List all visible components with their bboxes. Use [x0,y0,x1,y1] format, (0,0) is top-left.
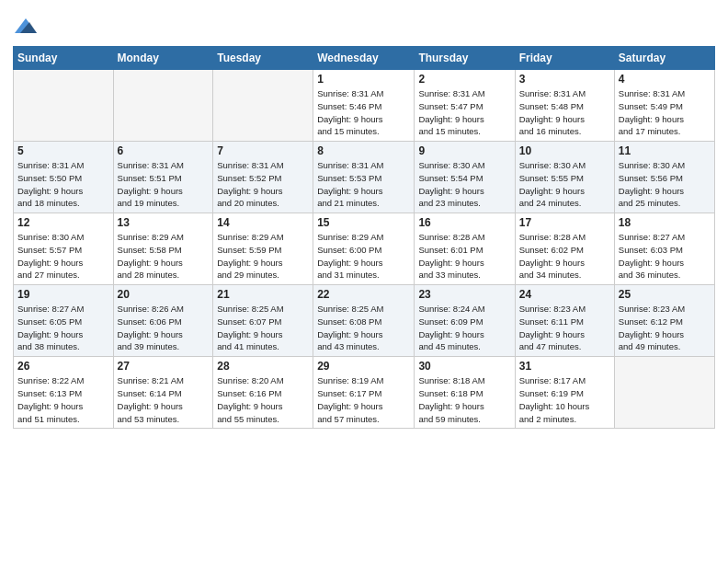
calendar-cell: 23Sunrise: 8:24 AM Sunset: 6:09 PM Dayli… [415,285,515,357]
day-number: 7 [217,144,309,157]
day-number: 28 [217,360,309,373]
day-info: Sunrise: 8:27 AM Sunset: 6:03 PM Dayligh… [619,231,711,282]
day-info: Sunrise: 8:20 AM Sunset: 6:16 PM Dayligh… [217,374,309,425]
day-number: 3 [519,73,610,86]
day-info: Sunrise: 8:29 AM Sunset: 5:58 PM Dayligh… [118,231,210,282]
day-number: 19 [17,288,109,301]
day-info: Sunrise: 8:25 AM Sunset: 6:08 PM Dayligh… [317,303,410,353]
calendar-cell: 7Sunrise: 8:31 AM Sunset: 5:52 PM Daylig… [213,142,313,213]
day-info: Sunrise: 8:31 AM Sunset: 5:50 PM Dayligh… [17,159,109,210]
weekday-sunday: Sunday [14,47,114,70]
day-number: 27 [118,360,210,373]
day-number: 25 [619,288,711,301]
calendar-table: SundayMondayTuesdayWednesdayThursdayFrid… [13,46,715,429]
day-info: Sunrise: 8:31 AM Sunset: 5:53 PM Dayligh… [317,159,410,210]
day-number: 18 [619,216,711,229]
day-number: 15 [317,216,410,229]
logo-icon [13,13,39,39]
day-info: Sunrise: 8:31 AM Sunset: 5:48 PM Dayligh… [519,87,610,138]
header [13,9,715,39]
day-info: Sunrise: 8:19 AM Sunset: 6:17 PM Dayligh… [317,374,410,425]
calendar-cell: 19Sunrise: 8:27 AM Sunset: 6:05 PM Dayli… [14,285,114,357]
calendar-cell: 2Sunrise: 8:31 AM Sunset: 5:47 PM Daylig… [415,70,515,142]
weekday-friday: Friday [515,47,614,70]
calendar-cell: 3Sunrise: 8:31 AM Sunset: 5:48 PM Daylig… [515,70,614,142]
day-number: 8 [317,144,410,157]
page: SundayMondayTuesdayWednesdayThursdayFrid… [0,0,728,563]
calendar-cell: 17Sunrise: 8:28 AM Sunset: 6:02 PM Dayli… [515,213,614,285]
day-number: 24 [519,288,610,301]
day-number: 11 [619,144,711,157]
calendar-cell: 21Sunrise: 8:25 AM Sunset: 6:07 PM Dayli… [213,285,313,357]
calendar-cell [614,357,714,429]
day-info: Sunrise: 8:25 AM Sunset: 6:07 PM Dayligh… [217,303,309,353]
day-info: Sunrise: 8:29 AM Sunset: 5:59 PM Dayligh… [217,231,309,282]
day-info: Sunrise: 8:27 AM Sunset: 6:05 PM Dayligh… [17,303,109,353]
calendar-cell: 26Sunrise: 8:22 AM Sunset: 6:13 PM Dayli… [14,357,114,429]
calendar-cell: 11Sunrise: 8:30 AM Sunset: 5:56 PM Dayli… [614,142,714,213]
calendar-cell: 12Sunrise: 8:30 AM Sunset: 5:57 PM Dayli… [14,213,114,285]
day-info: Sunrise: 8:30 AM Sunset: 5:55 PM Dayligh… [519,159,610,210]
day-info: Sunrise: 8:23 AM Sunset: 6:11 PM Dayligh… [519,303,610,353]
day-number: 22 [317,288,410,301]
calendar-week-5: 26Sunrise: 8:22 AM Sunset: 6:13 PM Dayli… [14,357,715,429]
calendar-week-4: 19Sunrise: 8:27 AM Sunset: 6:05 PM Dayli… [14,285,715,357]
day-info: Sunrise: 8:18 AM Sunset: 6:18 PM Dayligh… [418,374,510,425]
day-number: 13 [118,216,210,229]
weekday-thursday: Thursday [415,47,515,70]
day-number: 12 [17,216,109,229]
day-info: Sunrise: 8:31 AM Sunset: 5:52 PM Dayligh… [217,159,309,210]
day-number: 30 [418,360,510,373]
calendar-cell: 16Sunrise: 8:28 AM Sunset: 6:01 PM Dayli… [415,213,515,285]
calendar-week-3: 12Sunrise: 8:30 AM Sunset: 5:57 PM Dayli… [14,213,715,285]
day-number: 1 [317,73,410,86]
calendar-cell: 15Sunrise: 8:29 AM Sunset: 6:00 PM Dayli… [313,213,415,285]
calendar-cell: 27Sunrise: 8:21 AM Sunset: 6:14 PM Dayli… [113,357,213,429]
weekday-tuesday: Tuesday [213,47,313,70]
day-number: 26 [17,360,109,373]
day-info: Sunrise: 8:30 AM Sunset: 5:57 PM Dayligh… [17,231,109,282]
weekday-wednesday: Wednesday [313,47,415,70]
day-number: 4 [619,73,711,86]
calendar-cell: 20Sunrise: 8:26 AM Sunset: 6:06 PM Dayli… [113,285,213,357]
day-number: 6 [118,144,210,157]
day-info: Sunrise: 8:28 AM Sunset: 6:01 PM Dayligh… [418,231,510,282]
day-info: Sunrise: 8:17 AM Sunset: 6:19 PM Dayligh… [519,374,610,425]
calendar-cell: 9Sunrise: 8:30 AM Sunset: 5:54 PM Daylig… [415,142,515,213]
calendar-cell: 22Sunrise: 8:25 AM Sunset: 6:08 PM Dayli… [313,285,415,357]
day-number: 20 [118,288,210,301]
calendar-cell: 4Sunrise: 8:31 AM Sunset: 5:49 PM Daylig… [614,70,714,142]
calendar-cell [14,70,114,142]
calendar-cell: 14Sunrise: 8:29 AM Sunset: 5:59 PM Dayli… [213,213,313,285]
day-info: Sunrise: 8:30 AM Sunset: 5:54 PM Dayligh… [418,159,510,210]
day-info: Sunrise: 8:26 AM Sunset: 6:06 PM Dayligh… [118,303,210,353]
weekday-monday: Monday [113,47,213,70]
day-info: Sunrise: 8:30 AM Sunset: 5:56 PM Dayligh… [619,159,711,210]
calendar-cell: 28Sunrise: 8:20 AM Sunset: 6:16 PM Dayli… [213,357,313,429]
day-number: 31 [519,360,610,373]
calendar-cell [213,70,313,142]
calendar-cell: 8Sunrise: 8:31 AM Sunset: 5:53 PM Daylig… [313,142,415,213]
day-info: Sunrise: 8:31 AM Sunset: 5:47 PM Dayligh… [418,87,510,138]
calendar-cell: 30Sunrise: 8:18 AM Sunset: 6:18 PM Dayli… [415,357,515,429]
calendar-cell [113,70,213,142]
day-info: Sunrise: 8:29 AM Sunset: 6:00 PM Dayligh… [317,231,410,282]
day-number: 23 [418,288,510,301]
calendar-cell: 10Sunrise: 8:30 AM Sunset: 5:55 PM Dayli… [515,142,614,213]
calendar-cell: 24Sunrise: 8:23 AM Sunset: 6:11 PM Dayli… [515,285,614,357]
day-number: 16 [418,216,510,229]
day-number: 9 [418,144,510,157]
day-info: Sunrise: 8:31 AM Sunset: 5:46 PM Dayligh… [317,87,410,138]
weekday-header-row: SundayMondayTuesdayWednesdayThursdayFrid… [14,47,715,70]
day-number: 5 [17,144,109,157]
calendar-cell: 25Sunrise: 8:23 AM Sunset: 6:12 PM Dayli… [614,285,714,357]
day-info: Sunrise: 8:21 AM Sunset: 6:14 PM Dayligh… [118,374,210,425]
day-info: Sunrise: 8:31 AM Sunset: 5:49 PM Dayligh… [619,87,711,138]
calendar-cell: 5Sunrise: 8:31 AM Sunset: 5:50 PM Daylig… [14,142,114,213]
calendar-week-2: 5Sunrise: 8:31 AM Sunset: 5:50 PM Daylig… [14,142,715,213]
calendar-cell: 13Sunrise: 8:29 AM Sunset: 5:58 PM Dayli… [113,213,213,285]
day-number: 29 [317,360,410,373]
calendar-cell: 1Sunrise: 8:31 AM Sunset: 5:46 PM Daylig… [313,70,415,142]
day-number: 14 [217,216,309,229]
day-number: 21 [217,288,309,301]
